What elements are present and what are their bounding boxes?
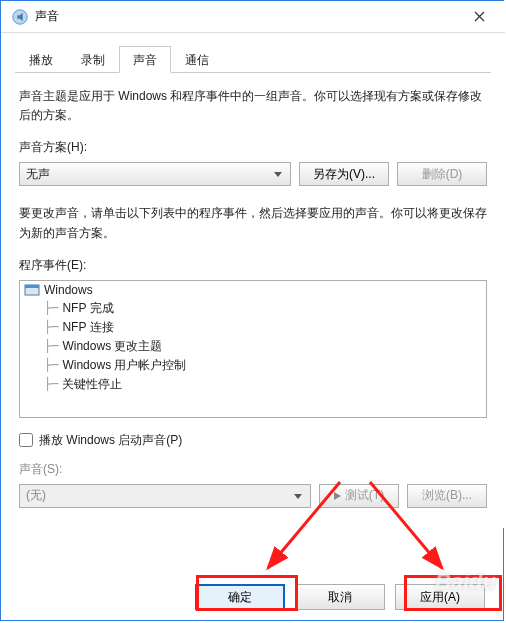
ok-button[interactable]: 确定 <box>195 584 285 610</box>
events-root-label: Windows <box>44 283 93 297</box>
tab-recording[interactable]: 录制 <box>67 46 119 73</box>
svg-rect-2 <box>25 285 39 288</box>
events-item[interactable]: ├─Windows 用户帐户控制 <box>20 356 486 375</box>
sound-dialog: 声音 播放 录制 声音 通信 声音主题是应用于 Windows 和程序事件中的一… <box>1 1 505 528</box>
events-listbox[interactable]: Windows ├─NFP 完成 ├─NFP 连接 ├─Windows 更改主题… <box>19 280 487 418</box>
tab-playback[interactable]: 播放 <box>15 46 67 73</box>
sound-label: 声音(S): <box>19 461 487 478</box>
play-startup-checkbox[interactable] <box>19 433 33 447</box>
titlebar: 声音 <box>1 1 505 33</box>
browse-button: 浏览(B)... <box>407 484 487 508</box>
apply-button[interactable]: 应用(A) <box>395 584 485 610</box>
scheme-label: 声音方案(H): <box>19 139 487 156</box>
save-as-button[interactable]: 另存为(V)... <box>299 162 389 186</box>
windows-icon <box>24 283 40 297</box>
events-intro: 要更改声音，请单击以下列表中的程序事件，然后选择要应用的声音。你可以将更改保存为… <box>19 204 487 242</box>
scheme-selected: 无声 <box>26 166 50 183</box>
play-icon <box>334 492 341 500</box>
play-startup-checkbox-row[interactable]: 播放 Windows 启动声音(P) <box>19 432 487 449</box>
intro-text: 声音主题是应用于 Windows 和程序事件中的一组声音。你可以选择现有方案或保… <box>19 87 487 125</box>
play-startup-label: 播放 Windows 启动声音(P) <box>39 432 182 449</box>
delete-button: 删除(D) <box>397 162 487 186</box>
cancel-button[interactable]: 取消 <box>295 584 385 610</box>
events-root-item[interactable]: Windows <box>20 281 486 299</box>
dialog-buttons: 确定 取消 应用(A) <box>1 584 503 610</box>
sound-selected: (无) <box>26 487 46 504</box>
tabs: 播放 录制 声音 通信 <box>15 45 491 73</box>
sound-icon <box>11 8 29 26</box>
events-item[interactable]: ├─Windows 更改主题 <box>20 337 486 356</box>
events-item[interactable]: ├─NFP 完成 <box>20 299 486 318</box>
window-title: 声音 <box>35 8 457 25</box>
tab-sounds[interactable]: 声音 <box>119 46 171 73</box>
events-item[interactable]: ├─NFP 连接 <box>20 318 486 337</box>
events-label: 程序事件(E): <box>19 257 487 274</box>
sound-combobox: (无) <box>19 484 311 508</box>
close-icon <box>474 11 485 22</box>
tab-communications[interactable]: 通信 <box>171 46 223 73</box>
close-button[interactable] <box>457 2 501 32</box>
tab-content: 声音主题是应用于 Windows 和程序事件中的一组声音。你可以选择现有方案或保… <box>1 73 505 528</box>
test-button: 测试(T) <box>319 484 399 508</box>
scheme-combobox[interactable]: 无声 <box>19 162 291 186</box>
events-item[interactable]: ├─关键性停止 <box>20 375 486 394</box>
